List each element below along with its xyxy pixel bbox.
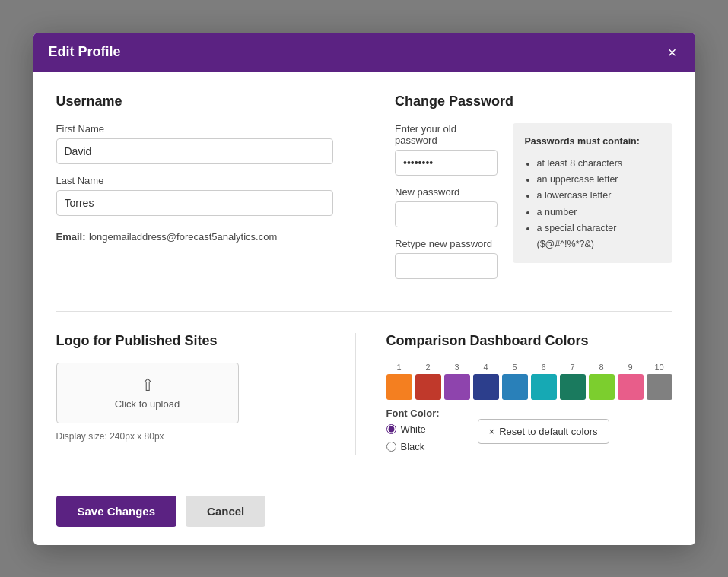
color-swatch-col: 7 (560, 363, 586, 400)
color-swatch[interactable] (502, 374, 528, 400)
white-radio-label[interactable]: White (386, 423, 440, 435)
font-color-label: Font Color: (386, 407, 440, 419)
first-name-label: First Name (56, 123, 334, 135)
color-swatch[interactable] (531, 374, 557, 400)
swatch-number: 5 (512, 363, 517, 372)
black-radio[interactable] (386, 442, 396, 452)
top-section: Username First Name Last Name Email: lon… (56, 94, 672, 312)
hint-list: at least 8 characters an uppercase lette… (525, 156, 660, 253)
logo-section-title: Logo for Published Sites (56, 333, 325, 349)
bottom-section: Logo for Published Sites ⇧ Click to uplo… (56, 333, 672, 477)
color-swatch-col: 6 (531, 363, 557, 400)
color-swatch-col: 4 (473, 363, 499, 400)
color-footer-row: Font Color: White Black (386, 407, 672, 455)
color-swatch-col: 3 (444, 363, 470, 400)
swatch-number: 8 (599, 363, 603, 372)
modal-overlay: Edit Profile × Username First Name Last … (0, 0, 728, 577)
color-swatch[interactable] (647, 374, 672, 400)
reset-colors-button[interactable]: × Reset to default colors (478, 419, 609, 444)
last-name-label: Last Name (56, 175, 334, 186)
last-name-input[interactable] (56, 190, 334, 216)
upload-icon: ⇧ (141, 376, 154, 395)
swatch-number: 7 (570, 363, 574, 372)
color-swatch-col: 8 (589, 363, 615, 400)
first-name-input[interactable] (56, 138, 334, 164)
colors-section: Comparison Dashboard Colors 12345678910 … (356, 333, 672, 455)
upload-box[interactable]: ⇧ Click to upload (56, 363, 239, 423)
color-swatch-col: 10 (647, 363, 672, 400)
color-swatch[interactable] (589, 374, 615, 400)
color-swatch-col: 2 (415, 363, 441, 400)
swatch-number: 6 (541, 363, 545, 372)
save-button[interactable]: Save Changes (56, 496, 177, 527)
email-label: Email: (56, 231, 86, 243)
colors-section-title: Comparison Dashboard Colors (386, 333, 672, 349)
color-swatch[interactable] (618, 374, 644, 400)
color-swatch[interactable] (444, 374, 470, 400)
username-section: Username First Name Last Name Email: lon… (56, 94, 365, 290)
color-swatch-col: 5 (502, 363, 528, 400)
black-radio-label[interactable]: Black (386, 441, 440, 452)
modal-body: Username First Name Last Name Email: lon… (33, 72, 695, 545)
new-password-input[interactable] (395, 201, 498, 227)
edit-profile-modal: Edit Profile × Username First Name Last … (33, 33, 695, 545)
old-password-label: Enter your old password (395, 123, 498, 146)
color-swatches: 12345678910 (386, 363, 672, 400)
password-fields: Enter your old password New password Ret… (395, 123, 498, 290)
password-hint-box: Passwords must contain: at least 8 chara… (513, 123, 672, 264)
color-swatch-col: 9 (618, 363, 644, 400)
swatch-number: 9 (628, 363, 632, 372)
swatch-number: 3 (454, 363, 459, 372)
hint-item: at least 8 characters (537, 156, 660, 172)
swatch-number: 4 (483, 363, 488, 372)
color-swatch-col: 1 (386, 363, 412, 400)
radio-group: White Black (386, 423, 440, 455)
display-size: Display size: 240px x 80px (56, 431, 325, 442)
color-swatch[interactable] (415, 374, 441, 400)
color-swatch[interactable] (560, 374, 586, 400)
swatch-number: 2 (425, 363, 430, 372)
color-swatch[interactable] (386, 374, 412, 400)
color-swatch[interactable] (473, 374, 499, 400)
password-section: Change Password Enter your old password … (364, 94, 672, 290)
old-password-input[interactable] (395, 150, 498, 176)
modal-header: Edit Profile × (33, 33, 695, 72)
modal-title: Edit Profile (49, 44, 121, 60)
new-password-label: New password (395, 186, 498, 198)
password-section-title: Change Password (395, 94, 672, 109)
reset-icon: × (489, 426, 495, 437)
font-color-group: Font Color: White Black (386, 407, 440, 455)
password-row: Enter your old password New password Ret… (395, 123, 672, 290)
hint-item: an uppercase letter (537, 172, 660, 188)
footer-buttons: Save Changes Cancel (56, 496, 672, 527)
hint-item: a lowercase letter (537, 188, 660, 204)
upload-label: Click to upload (115, 398, 180, 410)
hint-title: Passwords must contain: (525, 134, 660, 150)
swatch-number: 1 (396, 363, 401, 372)
cancel-button[interactable]: Cancel (186, 496, 265, 527)
username-section-title: Username (56, 94, 334, 109)
retype-password-input[interactable] (395, 253, 498, 279)
hint-item: a special character ($@#^!%*?&) (537, 220, 660, 253)
white-radio[interactable] (386, 424, 396, 434)
email-value: longemailaddress@forecast5analytics.com (89, 231, 277, 243)
black-radio-text: Black (401, 441, 425, 452)
hint-item: a number (537, 204, 660, 220)
retype-password-label: Retype new password (395, 238, 498, 249)
white-radio-text: White (401, 423, 426, 435)
reset-label: Reset to default colors (499, 426, 597, 437)
logo-section: Logo for Published Sites ⇧ Click to uplo… (56, 333, 356, 455)
swatch-number: 10 (654, 363, 663, 372)
email-block: Email: longemailaddress@forecast5analyti… (56, 230, 334, 243)
close-button[interactable]: × (665, 43, 680, 62)
